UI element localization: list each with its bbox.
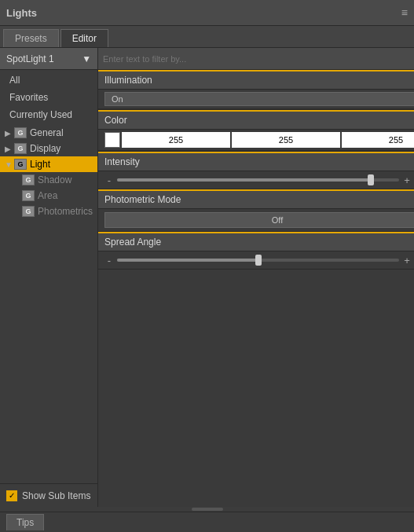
tree-label-shadow: Shadow [38, 174, 71, 185]
tree-label-photometrics: Photometrics [38, 206, 93, 217]
properties-area: Illumination ↺ On ▼ Color ↺ [98, 70, 414, 507]
main-container: Lights ≡ Presets Editor SpotLight 1 ▼ Al… [0, 0, 414, 532]
intensity-plus-button[interactable]: + [402, 174, 412, 186]
intensity-slider-fill [117, 178, 371, 182]
intensity-minus-button[interactable]: - [104, 174, 114, 186]
intensity-row: - + 100.0% [98, 171, 414, 189]
show-sub-items-checkbox[interactable]: ✓ [6, 490, 17, 501]
content-area: SpotLight 1 ▼ All Favorites Currently Us… [0, 48, 414, 507]
photometric-header: Photometric Mode ↺ [98, 189, 414, 209]
tree-label-area: Area [38, 190, 57, 201]
color-g-input[interactable] [232, 132, 340, 148]
right-panel: 🔍 Illumination ↺ On ▼ [98, 48, 414, 507]
color-r-input[interactable] [122, 132, 230, 148]
tree-item-area[interactable]: G Area [0, 188, 97, 204]
spotlight-label: SpotLight 1 [6, 53, 54, 64]
tree-label-general: General [30, 127, 64, 138]
spread-angle-group: Spread Angle ↺ - + 60.00 [98, 232, 414, 270]
title-text: Lights [6, 7, 37, 19]
color-group: Color ↺ [98, 110, 414, 152]
color-swatch[interactable] [104, 132, 120, 148]
tree-icon-shadow: G [22, 174, 35, 185]
intensity-group: Intensity ↺ - + 100.0% [98, 152, 414, 189]
spread-angle-slider-fill [117, 259, 258, 262]
spread-angle-title: Spread Angle [104, 237, 161, 248]
show-sub-items-label: Show Sub Items [22, 490, 90, 501]
tree-item-display[interactable]: ▶ G Display [0, 141, 97, 156]
nav-item-all[interactable]: All [0, 72, 97, 89]
tree-icon-area: G [22, 190, 35, 201]
dropdown-arrow-icon: ▼ [82, 53, 91, 64]
color-inputs [104, 132, 414, 148]
tab-presets[interactable]: Presets [3, 29, 59, 47]
nav-item-favorites[interactable]: Favorites [0, 89, 97, 106]
spread-angle-header: Spread Angle ↺ [98, 232, 414, 251]
spread-angle-plus-button[interactable]: + [402, 255, 412, 266]
tree-arrow-icon: ▼ [5, 160, 14, 169]
tree-item-light[interactable]: ▼ G Light [0, 156, 97, 172]
illumination-value: On [112, 94, 123, 104]
nav-items: All Favorites Currently Used [0, 70, 97, 125]
illumination-header: Illumination ↺ [98, 70, 414, 90]
illumination-title: Illumination [104, 75, 152, 86]
tree-item-shadow[interactable]: G Shadow [0, 172, 97, 188]
filter-input[interactable] [103, 54, 414, 64]
photometric-row: Off [98, 209, 414, 231]
left-panel: SpotLight 1 ▼ All Favorites Currently Us… [0, 48, 98, 507]
tree-arrow-icon: ▶ [5, 145, 14, 153]
tree-item-photometrics[interactable]: G Photometrics [0, 204, 97, 219]
tree-icon-light: G [14, 159, 27, 170]
spread-angle-slider[interactable] [117, 259, 399, 262]
spread-angle-slider-thumb[interactable] [255, 255, 262, 266]
intensity-title: Intensity [104, 156, 140, 167]
tree-item-general[interactable]: ▶ G General [0, 125, 97, 141]
color-header: Color ↺ [98, 110, 414, 130]
illumination-row: On ▼ [98, 90, 414, 109]
filter-bar: 🔍 [98, 48, 414, 70]
spread-angle-row: - + 60.00 [98, 251, 414, 269]
intensity-slider-thumb[interactable] [368, 174, 374, 185]
tree-arrow-icon: ▶ [5, 129, 14, 138]
color-row [98, 130, 414, 151]
bottom-bar: Tips [0, 512, 414, 532]
divider-handle[interactable] [192, 508, 223, 511]
intensity-slider[interactable] [117, 178, 399, 182]
tree-icon-display: G [14, 143, 27, 154]
tab-editor[interactable]: Editor [60, 29, 108, 47]
spotlight-dropdown[interactable]: SpotLight 1 ▼ [0, 48, 97, 70]
title-bar: Lights ≡ [0, 0, 414, 26]
photometric-group: Photometric Mode ↺ Off [98, 189, 414, 232]
tree-icon-general: G [14, 127, 27, 138]
tree-section: ▶ G General ▶ G Display ▼ G Light G Shad… [0, 125, 97, 483]
nav-item-currently-used[interactable]: Currently Used [0, 106, 97, 123]
tips-tab[interactable]: Tips [6, 514, 44, 530]
color-b-input[interactable] [342, 132, 414, 148]
spread-angle-minus-button[interactable]: - [104, 255, 114, 266]
tree-label-display: Display [30, 143, 60, 154]
illumination-group: Illumination ↺ On ▼ [98, 70, 414, 110]
tabs-bar: Presets Editor [0, 26, 414, 48]
illumination-select[interactable]: On ▼ [104, 92, 414, 106]
photometric-title: Photometric Mode [104, 194, 181, 205]
color-title: Color [104, 115, 127, 126]
intensity-header: Intensity ↺ [98, 152, 414, 171]
panel-menu-icon[interactable]: ≡ [401, 6, 408, 19]
show-sub-items[interactable]: ✓ Show Sub Items [0, 483, 97, 507]
photometric-off-button[interactable]: Off [104, 212, 414, 228]
tree-label-light: Light [30, 159, 50, 170]
tree-icon-photometrics: G [22, 206, 35, 217]
